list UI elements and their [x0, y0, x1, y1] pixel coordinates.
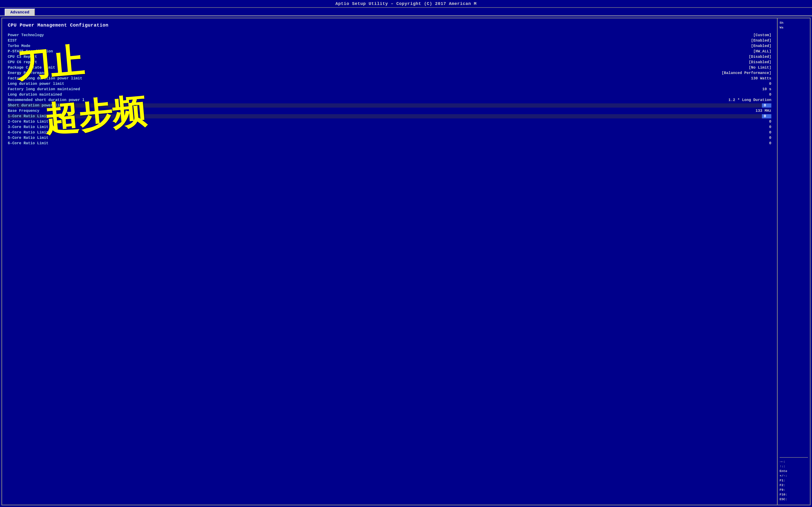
section-title: CPU Power Management Configuration: [8, 22, 771, 28]
setting-row[interactable]: Energy Performance [Balanced Performance…: [8, 71, 771, 75]
nav-key: →←:: [779, 460, 790, 463]
setting-label: Factory long duration power limit: [8, 76, 82, 80]
nav-item-arrows: →←:: [779, 460, 808, 463]
setting-value: [Enabled]: [751, 44, 771, 48]
nav-key: F1:: [779, 479, 790, 482]
settings-list: Power Technology [Custom] EIST [Enabled]…: [8, 33, 771, 146]
setting-label: CPU C3 Report: [8, 55, 37, 59]
content-panel: CPU Power Management Configuration Power…: [1, 18, 778, 505]
setting-label: Recommended short duration power l: [8, 98, 85, 102]
setting-label: 5-Core Ratio Limit: [8, 136, 48, 140]
nav-key: ↑↓:: [779, 465, 790, 468]
sidebar-divider: [779, 457, 808, 458]
nav-item-plusminus: +/-:: [779, 474, 808, 477]
tab-bar: Advanced: [0, 8, 812, 16]
setting-value: 0: [769, 82, 771, 86]
nav-list: →←: ↑↓: Ente +/-: F1: F2: F9: F10:: [779, 460, 808, 502]
nav-key: F9:: [779, 488, 790, 492]
setting-row[interactable]: 5-Core Ratio Limit 0: [8, 136, 771, 140]
setting-label: 1-Core Ratio Limit: [8, 114, 48, 118]
setting-row[interactable]: Factory long duration maintained 10 s: [8, 87, 771, 92]
setting-value: 0: [769, 125, 771, 129]
nav-key: +/-:: [779, 474, 790, 477]
setting-row[interactable]: Power Technology [Custom]: [8, 33, 771, 37]
title-bar: Aptio Setup Utility – Copyright (C) 2017…: [0, 0, 812, 8]
setting-label: Turbo Mode: [8, 44, 30, 48]
setting-row-1core[interactable]: 1-Core Ratio Limit 0: [8, 114, 771, 118]
setting-value: [Balanced Performance]: [722, 71, 771, 75]
sidebar: Sh Wa →←: ↑↓: Ente +/-: F1: F2:: [778, 18, 811, 505]
nav-key: F10:: [779, 493, 790, 496]
nav-item-updown: ↑↓:: [779, 465, 808, 468]
sidebar-top: Sh Wa: [779, 21, 808, 455]
setting-row[interactable]: 6-Core Ratio Limit 0: [8, 141, 771, 146]
setting-row[interactable]: 4-Core Ratio Limit 0: [8, 130, 771, 134]
nav-item-f1: F1:: [779, 479, 808, 482]
setting-row[interactable]: Long duration maintained 0: [8, 93, 771, 97]
tab-advanced[interactable]: Advanced: [5, 9, 35, 15]
setting-label: CPU C6 report: [8, 60, 37, 64]
setting-label: Factory long duration maintained: [8, 87, 80, 92]
setting-value: 0: [762, 114, 771, 118]
setting-value: [Disabled]: [749, 55, 771, 59]
nav-item-f10: F10:: [779, 493, 808, 496]
setting-row[interactable]: 3-Core Ratio Limit 0: [8, 125, 771, 129]
setting-label: P-STATE Coordination: [8, 49, 53, 54]
setting-row[interactable]: 2-Core Ratio Limit 0: [8, 120, 771, 124]
setting-value: 0: [769, 141, 771, 146]
setting-row[interactable]: CPU C6 report [Disabled]: [8, 60, 771, 64]
setting-label: 2-Core Ratio Limit: [8, 120, 48, 124]
setting-row[interactable]: P-STATE Coordination [HW_ALL]: [8, 49, 771, 54]
nav-item-f2: F2:: [779, 484, 808, 487]
setting-value: 1.2 * Long Duration: [728, 98, 771, 102]
setting-value: [No Limit]: [749, 65, 771, 70]
setting-value: 10 s: [762, 87, 771, 92]
sidebar-label-wa: Wa: [779, 25, 808, 30]
setting-row[interactable]: Turbo Mode [Enabled]: [8, 44, 771, 48]
setting-label: EIST: [8, 39, 17, 43]
setting-value: 130 Watts: [751, 76, 771, 80]
main-area: CPU Power Management Configuration Power…: [0, 16, 812, 507]
nav-key: Ente: [779, 469, 790, 473]
nav-item-f9: F9:: [779, 488, 808, 492]
title-text: Aptio Setup Utility – Copyright (C) 2017…: [336, 1, 476, 6]
setting-row[interactable]: Factory long duration power limit 130 Wa…: [8, 76, 771, 80]
setting-value: [Custom]: [753, 33, 771, 37]
setting-value: 133 MHz: [756, 109, 771, 113]
setting-row[interactable]: Long duration power limit 0: [8, 82, 771, 86]
setting-label: Energy Performance: [8, 71, 48, 75]
setting-label: Short duration power limit: [8, 103, 66, 108]
setting-label: 6-Core Ratio Limit: [8, 141, 48, 146]
setting-value: [Disabled]: [749, 60, 771, 64]
setting-row[interactable]: EIST [Enabled]: [8, 39, 771, 43]
setting-row-short-duration[interactable]: Short duration power limit 0: [8, 103, 771, 108]
setting-label: 4-Core Ratio Limit: [8, 130, 48, 134]
nav-item-esc: ESC:: [779, 498, 808, 501]
nav-key: F2:: [779, 484, 790, 487]
setting-row[interactable]: CPU C3 Report [Disabled]: [8, 55, 771, 59]
nav-item-enter: Ente: [779, 469, 808, 473]
setting-label: Base Frequency: [8, 109, 39, 113]
setting-value: 0: [769, 130, 771, 134]
setting-value: 0: [762, 103, 771, 108]
setting-label: 3-Core Ratio Limit: [8, 125, 48, 129]
setting-value: 0: [769, 93, 771, 97]
setting-label: Power Technology: [8, 33, 44, 37]
setting-value: [HW_ALL]: [753, 49, 771, 54]
setting-row[interactable]: Base Frequency 133 MHz: [8, 109, 771, 113]
setting-label: Long duration maintained: [8, 93, 62, 97]
setting-label: Package C State Limit: [8, 65, 55, 70]
setting-label: Long duration power limit: [8, 82, 64, 86]
sidebar-label-sh: Sh: [779, 21, 808, 25]
setting-value: 0: [769, 120, 771, 124]
nav-key: ESC:: [779, 498, 790, 501]
setting-row[interactable]: Package C State Limit [No Limit]: [8, 65, 771, 70]
setting-row[interactable]: Recommended short duration power l 1.2 *…: [8, 98, 771, 102]
setting-value: 0: [769, 136, 771, 140]
setting-value: [Enabled]: [751, 39, 771, 43]
